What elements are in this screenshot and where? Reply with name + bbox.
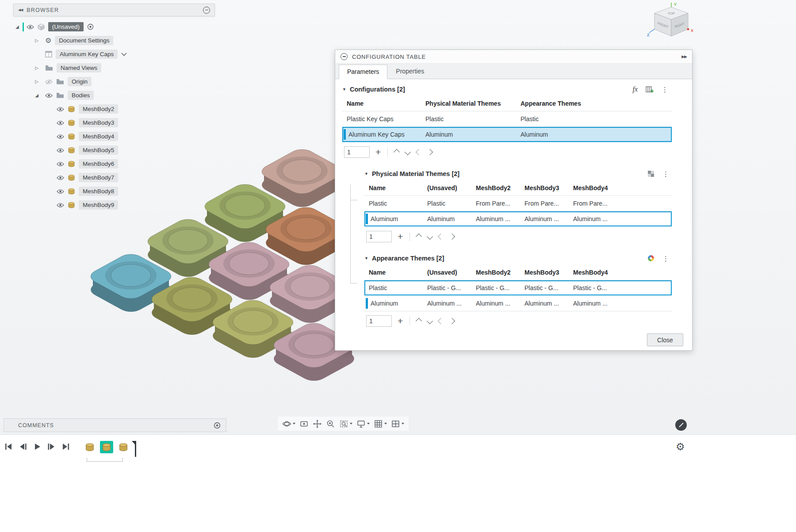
cube-top-label[interactable]: TOP [668, 11, 675, 15]
minimize-icon[interactable] [203, 7, 210, 14]
collapse-section-icon[interactable]: ▼ [364, 172, 368, 176]
dock-right-icon[interactable]: ▶▶ [681, 54, 687, 59]
tree-item-meshbody4[interactable]: MeshBody4 [13, 130, 215, 143]
expander-icon[interactable]: ▷ [35, 38, 38, 43]
dropdown-arrow-icon[interactable] [293, 423, 295, 425]
move-down-button[interactable] [427, 233, 433, 240]
tree-item-meshbody5[interactable]: MeshBody5 [13, 143, 215, 157]
visibility-eye-icon[interactable] [57, 161, 64, 167]
kebab-menu-icon[interactable]: ⋮ [662, 86, 668, 93]
step-back-button[interactable] [19, 443, 27, 451]
timeline-feature-selected[interactable] [100, 441, 113, 453]
close-button[interactable]: Close [647, 333, 683, 346]
move-left-button[interactable] [438, 233, 444, 240]
move-up-button[interactable] [416, 318, 422, 324]
expander-icon[interactable]: ◢ [35, 93, 38, 98]
visibility-eye-icon[interactable] [57, 189, 64, 194]
color-wheel-icon[interactable] [647, 255, 654, 262]
dropdown-arrow-icon[interactable] [384, 423, 387, 425]
tree-item-named-views[interactable]: ▷ Named Views [13, 61, 215, 75]
active-configuration-label[interactable]: Aluminum Key Caps [56, 50, 118, 59]
timeline-playhead[interactable] [134, 441, 138, 457]
tree-item-meshbody6[interactable]: MeshBody6 [13, 157, 215, 171]
material-swatch-icon[interactable] [647, 170, 654, 177]
tree-item-bodies[interactable]: ◢ Bodies [13, 88, 215, 102]
timeline-feature-meshbody[interactable] [83, 441, 96, 453]
move-up-button[interactable] [394, 149, 400, 155]
kebab-menu-icon[interactable]: ⋮ [662, 255, 669, 262]
timeline-settings-gear-icon[interactable]: ⚙ [676, 441, 685, 453]
table-row-selected[interactable]: Aluminum Aluminum Aluminum ... Aluminum … [364, 211, 672, 227]
skip-to-start-button[interactable] [4, 443, 13, 451]
visibility-eye-icon[interactable] [57, 203, 64, 208]
add-comment-icon[interactable] [214, 422, 221, 429]
collapse-section-icon[interactable]: ▼ [364, 256, 368, 260]
row-count-input[interactable] [344, 146, 370, 158]
tree-item-meshbody8[interactable]: MeshBody8 [13, 184, 215, 198]
tree-item-document-settings[interactable]: ▷ ⚙ Document Settings [13, 34, 215, 47]
collapse-section-icon[interactable]: ▼ [342, 87, 346, 92]
pan-tool[interactable] [313, 419, 322, 429]
visibility-eye-icon[interactable] [57, 148, 64, 153]
move-right-button[interactable] [449, 233, 455, 240]
insert-column-icon[interactable] [646, 86, 654, 93]
dialog-header[interactable]: CONFIGURATION TABLE ▶▶ [335, 50, 692, 64]
expander-icon[interactable]: ▷ [35, 65, 38, 70]
table-row[interactable]: Plastic Key Caps Plastic Plastic [342, 111, 672, 127]
tree-item-active-configuration[interactable]: Aluminum Key Caps [13, 47, 215, 61]
table-row-selected[interactable]: Aluminum Key Caps Aluminum Aluminum [342, 127, 672, 142]
root-document-label[interactable]: (Unsaved) [48, 22, 84, 31]
visibility-eye-icon[interactable] [57, 120, 64, 126]
move-left-button[interactable] [416, 149, 422, 155]
play-button[interactable] [33, 443, 42, 451]
table-row[interactable]: Plastic Plastic From Pare... From Pare..… [364, 196, 672, 211]
tree-item-origin[interactable]: ▷ Origin [13, 75, 215, 88]
move-right-button[interactable] [427, 149, 433, 155]
visibility-eye-icon[interactable] [45, 93, 53, 98]
viewports-tool[interactable] [391, 419, 404, 429]
tree-item-meshbody3[interactable]: MeshBody3 [13, 116, 215, 130]
step-forward-button[interactable] [47, 443, 56, 451]
comments-bar[interactable]: COMMENTS [4, 418, 226, 432]
visibility-eye-off-icon[interactable] [45, 79, 53, 84]
dropdown-arrow-icon[interactable] [402, 423, 404, 425]
tab-properties[interactable]: Properties [387, 64, 432, 79]
tree-item-root[interactable]: ◢ (Unsaved) [13, 20, 215, 34]
visibility-eye-icon[interactable] [27, 24, 34, 30]
zoom-window-tool[interactable] [339, 419, 352, 429]
comment-indicator-icon[interactable] [675, 419, 687, 431]
table-row-active[interactable]: Aluminum Aluminum ... Aluminum ... Alumi… [364, 296, 672, 311]
tree-item-meshbody9[interactable]: MeshBody9 [13, 198, 215, 212]
add-row-button[interactable]: + [398, 316, 403, 326]
visibility-eye-icon[interactable] [57, 107, 64, 112]
display-settings-tool[interactable] [356, 419, 370, 429]
visibility-eye-icon[interactable] [57, 175, 64, 180]
timeline-feature-meshbody[interactable] [117, 441, 130, 453]
browser-header[interactable]: ◀◀ BROWSER [13, 4, 215, 16]
chevron-down-icon[interactable] [121, 53, 127, 56]
visibility-eye-icon[interactable] [57, 134, 64, 139]
zoom-tool[interactable] [326, 419, 335, 429]
row-count-input[interactable] [366, 231, 392, 242]
move-left-button[interactable] [438, 318, 444, 324]
dropdown-arrow-icon[interactable] [350, 423, 352, 425]
tab-parameters[interactable]: Parameters [339, 65, 387, 79]
move-right-button[interactable] [449, 318, 455, 324]
move-up-button[interactable] [416, 233, 422, 240]
tree-item-meshbody2[interactable]: MeshBody2 [13, 102, 215, 116]
row-count-input[interactable] [366, 315, 392, 327]
activate-component-icon[interactable] [87, 23, 94, 30]
skip-to-end-button[interactable] [61, 443, 70, 451]
add-row-button[interactable]: + [398, 231, 403, 242]
orbit-tool[interactable] [282, 419, 295, 429]
table-row-selected[interactable]: Plastic Plastic - G... Plastic - G... Pl… [364, 280, 672, 296]
add-row-button[interactable]: + [375, 147, 381, 157]
view-cube[interactable]: Y TOP FRONT RIGHT Z X [647, 2, 696, 46]
dropdown-arrow-icon[interactable] [367, 423, 370, 425]
expander-icon[interactable]: ◢ [15, 24, 19, 29]
fx-parameters-icon[interactable]: fx [632, 85, 638, 93]
grid-snaps-tool[interactable] [374, 419, 387, 429]
move-down-button[interactable] [427, 318, 433, 324]
kebab-menu-icon[interactable]: ⋮ [662, 171, 669, 177]
expander-icon[interactable]: ▷ [35, 79, 38, 84]
